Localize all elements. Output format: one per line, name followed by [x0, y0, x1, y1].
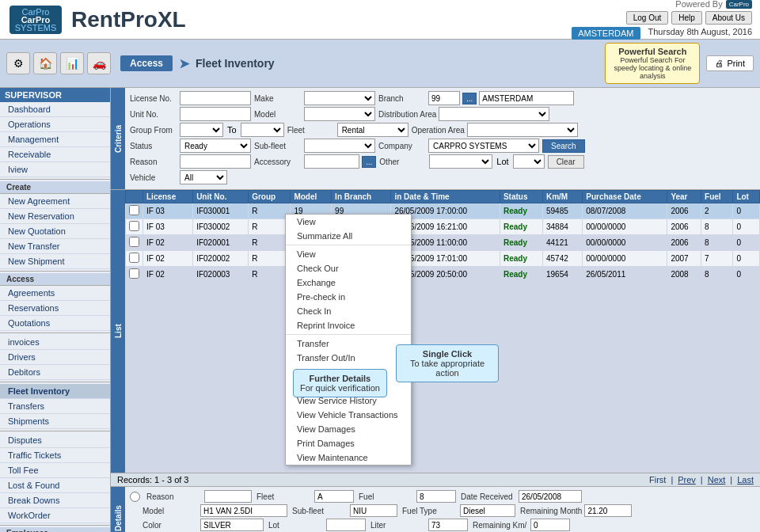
dist-area-select[interactable] — [439, 107, 549, 121]
col-status[interactable]: Status — [500, 191, 542, 203]
branch-name-input[interactable] — [479, 91, 574, 105]
group-to-select[interactable] — [241, 123, 284, 137]
company-select[interactable]: CARPRO SYSTEMS — [428, 139, 539, 153]
context-menu-item[interactable]: Transfer Out/In — [286, 351, 411, 365]
context-menu-item[interactable]: Summarize All — [286, 229, 411, 243]
unit-no-input[interactable] — [180, 107, 251, 121]
context-menu-item[interactable]: Exchange — [286, 276, 411, 290]
status-select[interactable]: Ready — [180, 139, 251, 153]
model-detail-input[interactable] — [200, 504, 287, 517]
fleet-detail-input[interactable] — [314, 490, 354, 503]
sidebar-item-reservations[interactable]: Reservations — [0, 301, 110, 316]
last-nav[interactable]: Last — [737, 475, 754, 484]
next-nav[interactable]: Next — [708, 475, 726, 484]
col-km[interactable]: Km/M — [542, 191, 582, 203]
date-received-input[interactable] — [519, 490, 582, 503]
sidebar-item-traffic-tickets[interactable]: Traffic Tickets — [0, 448, 110, 463]
nav-icon-car[interactable]: 🚗 — [87, 52, 111, 74]
table-row[interactable]: IF 03 IF030002 R 16 99 06/06/2009 16:21:… — [126, 219, 760, 235]
about-button[interactable]: About Us — [705, 11, 752, 25]
col-in-branch[interactable]: In Branch — [332, 191, 391, 203]
remaining-month-input[interactable] — [584, 504, 632, 517]
nav-icon-chart[interactable]: 📊 — [60, 52, 84, 74]
context-menu-item[interactable]: Reprint Invoice — [286, 318, 411, 332]
sidebar-item-toll-fee[interactable]: Toll Fee — [0, 463, 110, 478]
accessory-browse-button[interactable]: ... — [362, 156, 376, 168]
sidebar-item-new-transfer[interactable]: New Transfer — [0, 239, 110, 254]
clear-button[interactable]: Clear — [548, 155, 584, 169]
sidebar-item-drivers[interactable]: Drivers — [0, 350, 110, 365]
table-container[interactable]: License Unit No. Group Model In Branch i… — [125, 190, 760, 473]
fuel-type-input[interactable] — [460, 504, 515, 517]
op-area-select[interactable] — [467, 123, 578, 137]
group-from-select[interactable] — [180, 123, 223, 137]
sidebar-item-agreements[interactable]: Agreements — [0, 286, 110, 301]
nav-icon-settings[interactable]: ⚙ — [6, 52, 30, 74]
sidebar-item-new-quotation[interactable]: New Quotation — [0, 224, 110, 239]
sidebar-item-break-downs[interactable]: Break Downs — [0, 493, 110, 508]
col-year[interactable]: Year — [667, 191, 701, 203]
other-select[interactable] — [429, 154, 492, 169]
make-select[interactable] — [304, 91, 375, 105]
sub-fleet-select[interactable] — [304, 139, 375, 153]
context-menu-item[interactable]: View Vehicle Transactions — [286, 408, 411, 422]
liter-input[interactable] — [428, 519, 468, 531]
branch-input[interactable] — [428, 91, 460, 105]
table-row[interactable]: IF 02 IF020001 R 23 99 22/05/2009 11:00:… — [126, 235, 760, 251]
nav-icon-home[interactable]: 🏠 — [33, 52, 57, 74]
search-button[interactable]: Search — [542, 139, 585, 153]
sidebar-item-dashboard[interactable]: Dashboard — [0, 102, 110, 117]
context-menu-item[interactable]: View — [286, 247, 411, 261]
fuel-detail-input[interactable] — [416, 490, 456, 503]
context-menu-item[interactable]: View Damages — [286, 422, 411, 436]
context-menu-item[interactable]: Pre-check in — [286, 290, 411, 304]
context-menu-item[interactable]: Transfer — [286, 336, 411, 351]
details-radio[interactable] — [130, 492, 140, 502]
sidebar-item-management[interactable]: Management — [0, 132, 110, 147]
col-fuel[interactable]: Fuel — [701, 191, 733, 203]
prev-nav[interactable]: Prev — [678, 475, 696, 484]
col-purchase-date[interactable]: Purchase Date — [583, 191, 667, 203]
vehicle-select[interactable]: All — [180, 170, 227, 184]
row-checkbox[interactable] — [126, 235, 143, 251]
col-model[interactable]: Model — [291, 191, 332, 203]
sidebar-item-fleet-inventory[interactable]: Fleet Inventory — [0, 384, 110, 399]
table-row[interactable]: IF 03 IF030001 R 19 99 26/05/2009 17:00:… — [126, 203, 760, 219]
lot-select[interactable] — [513, 154, 545, 169]
sidebar-item-workorder[interactable]: WorkOrder — [0, 508, 110, 523]
sidebar-item-new-reservation[interactable]: New Reservation — [0, 209, 110, 224]
table-row[interactable]: IF 02 IF020002 R 6 99 26/05/2009 17:01:0… — [126, 251, 760, 267]
sidebar-item-operations[interactable]: Operations — [0, 117, 110, 132]
context-menu-item[interactable]: View Maintenance — [286, 450, 411, 465]
context-menu-item[interactable]: View — [286, 215, 411, 229]
sidebar-item-iview[interactable]: Iview — [0, 162, 110, 177]
branch-browse-button[interactable]: ... — [462, 93, 477, 104]
col-license[interactable]: License — [143, 191, 193, 203]
sidebar-item-invoices[interactable]: invoices — [0, 335, 110, 350]
sidebar-item-transfers[interactable]: Transfers — [0, 399, 110, 414]
lot-detail-input[interactable] — [326, 519, 366, 531]
sidebar-item-debitors[interactable]: Debitors — [0, 365, 110, 380]
remaining-km-input[interactable] — [530, 519, 570, 531]
row-checkbox[interactable] — [126, 219, 143, 235]
row-checkbox[interactable] — [126, 203, 143, 219]
row-checkbox[interactable] — [126, 267, 143, 283]
sidebar-item-new-shipment[interactable]: New Shipment — [0, 254, 110, 269]
print-button[interactable]: 🖨 Print — [706, 55, 754, 71]
logout-button[interactable]: Log Out — [626, 11, 669, 25]
reason-input[interactable] — [180, 154, 251, 169]
col-date-time[interactable]: in Date & Time — [391, 191, 500, 203]
table-row[interactable]: IF 02 IF020003 R 3 99 25/05/2009 20:50:0… — [126, 267, 760, 283]
sub-fleet-detail-input[interactable] — [350, 504, 397, 517]
color-detail-input[interactable] — [200, 519, 264, 531]
breadcrumb-access[interactable]: Access — [120, 55, 173, 71]
license-no-input[interactable] — [180, 91, 251, 105]
sidebar-item-lost-found[interactable]: Lost & Found — [0, 478, 110, 493]
row-checkbox[interactable] — [126, 251, 143, 267]
help-button[interactable]: Help — [671, 11, 702, 25]
fleet-select[interactable]: Rental — [337, 123, 408, 137]
sidebar-item-receivable[interactable]: Receivable — [0, 147, 110, 162]
col-unit-no[interactable]: Unit No. — [193, 191, 249, 203]
context-menu[interactable]: ViewSummarize AllViewCheck OurExchangePr… — [285, 214, 412, 466]
model-select[interactable] — [304, 107, 375, 121]
